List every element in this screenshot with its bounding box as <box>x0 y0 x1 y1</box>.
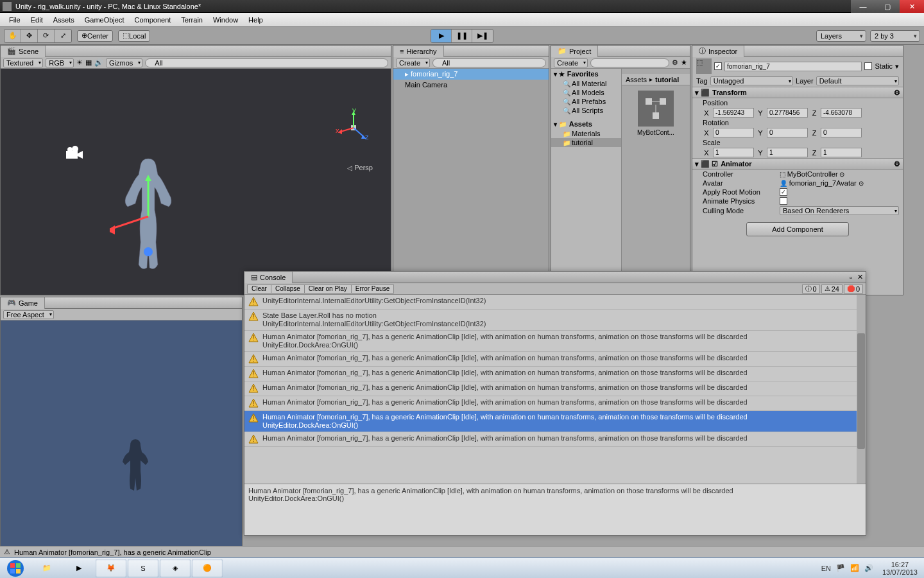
menu-file[interactable]: File <box>4 16 26 24</box>
start-button[interactable] <box>0 558 31 579</box>
pivot-center-toggle[interactable]: ⊕ Center <box>77 30 113 42</box>
controller-field[interactable]: ⬚ MyBotController ⊙ <box>780 170 899 178</box>
window-minimize-button[interactable]: — <box>851 0 875 13</box>
console-errorpause-button[interactable]: Error Pause <box>351 285 394 293</box>
scale-tool-button[interactable]: ⤢ <box>55 30 71 42</box>
project-search[interactable] <box>590 58 669 67</box>
rotate-tool-button[interactable]: ⟳ <box>38 30 55 42</box>
menu-help[interactable]: Help <box>243 16 268 24</box>
scene-light-toggle[interactable]: ☀ <box>76 58 83 67</box>
scl-z-field[interactable] <box>821 148 862 157</box>
console-log-row[interactable]: !Human Animator [fomorian_rig_7], has a … <box>244 411 857 432</box>
layers-dropdown[interactable]: Layers <box>816 30 866 42</box>
scene-search[interactable]: All <box>145 58 388 67</box>
scene-fx-toggle[interactable]: ▦ <box>85 58 92 67</box>
task-explorer[interactable]: 📁 <box>31 559 62 577</box>
task-blender[interactable]: 🟠 <box>192 559 223 577</box>
persp-label[interactable]: ◁ Persp <box>347 164 373 171</box>
menu-component[interactable]: Component <box>129 16 176 24</box>
scene-audio-toggle[interactable]: 🔊 <box>94 58 103 67</box>
orientation-gizmo[interactable]: y x z <box>334 109 373 147</box>
console-collapse-button[interactable]: Collapse <box>271 285 305 293</box>
animphys-checkbox[interactable] <box>780 197 787 205</box>
rot-x-field[interactable] <box>713 128 754 137</box>
tray-lang[interactable]: EN <box>821 565 831 572</box>
console-log-row[interactable]: !Human Animator [fomorian_rig_7], has a … <box>244 331 857 352</box>
culling-dropdown[interactable]: Based On Renderers <box>780 206 899 215</box>
console-info-count[interactable]: ⓘ 0 <box>802 285 820 293</box>
tray-flag-icon[interactable]: 🏴 <box>836 564 845 572</box>
window-close-button[interactable]: ✕ <box>900 0 924 13</box>
folder-item-selected[interactable]: 📁tutorial <box>551 138 621 147</box>
pos-z-field[interactable] <box>821 108 862 118</box>
console-log-row[interactable]: !Human Animator [fomorian_rig_7], has a … <box>244 367 857 381</box>
fav-item[interactable]: 🔍All Scripts <box>551 106 621 115</box>
console-tab[interactable]: ▤Console <box>244 272 293 283</box>
console-log-list[interactable]: !UnityEditorInternal.InternalEditorUtili… <box>244 295 857 484</box>
window-maximize-button[interactable]: ▢ <box>875 0 900 13</box>
scl-x-field[interactable] <box>713 148 754 157</box>
step-button[interactable]: ▶❚ <box>472 30 493 42</box>
project-filter-icon[interactable]: ⚙ <box>672 58 678 67</box>
menu-gameobject[interactable]: GameObject <box>80 16 130 24</box>
tag-dropdown[interactable]: Untagged <box>710 76 793 85</box>
animator-header[interactable]: ▾ ⬛ ☑ Animator⚙ <box>692 158 903 170</box>
inspector-tab[interactable]: ⓘInspector <box>692 46 744 57</box>
task-firefox[interactable]: 🦊 <box>96 559 126 577</box>
system-tray[interactable]: EN 🏴 📶 🔊 16:27 13/07/2013 <box>821 558 921 579</box>
tray-volume-icon[interactable]: 🔊 <box>864 564 873 572</box>
layer-dropdown[interactable]: Default <box>816 76 899 85</box>
console-log-row[interactable]: !Human Animator [fomorian_rig_7], has a … <box>244 432 857 447</box>
tray-network-icon[interactable]: 📶 <box>850 564 859 572</box>
menu-edit[interactable]: Edit <box>26 16 48 24</box>
transform-header[interactable]: ▾ ⬛ Transform⚙ <box>692 87 903 98</box>
hierarchy-item-selected[interactable]: ▸ fomorian_rig_7 <box>393 69 549 80</box>
move-tool-button[interactable]: ✥ <box>21 30 38 42</box>
rot-z-field[interactable] <box>821 128 862 137</box>
menu-terrain[interactable]: Terrain <box>176 16 208 24</box>
scene-tab[interactable]: 🎬Scene <box>1 46 46 57</box>
task-skype[interactable]: S <box>128 559 158 577</box>
hierarchy-item[interactable]: Main Camera <box>393 80 549 90</box>
fav-item[interactable]: 🔍All Material <box>551 79 621 88</box>
console-warn-count[interactable]: ⚠ 24 <box>821 285 843 293</box>
hand-tool-button[interactable]: ✋ <box>4 30 21 42</box>
console-scrollbar[interactable] <box>857 295 866 484</box>
task-unity[interactable]: ◈ <box>160 559 191 577</box>
menu-window[interactable]: Window <box>208 16 243 24</box>
scene-gizmos-dropdown[interactable]: Gizmos <box>106 58 142 67</box>
console-log-row[interactable]: !UnityEditorInternal.InternalEditorUtili… <box>244 295 857 310</box>
model-mesh[interactable] <box>110 152 187 268</box>
favorites-header[interactable]: ▾ ★ Favorites <box>551 69 621 79</box>
console-error-count[interactable]: 🛑 0 <box>844 285 863 293</box>
scrollbar-thumb[interactable] <box>857 333 865 449</box>
asset-tile-controller[interactable] <box>638 91 674 127</box>
console-clear-button[interactable]: Clear <box>247 285 271 293</box>
scl-y-field[interactable] <box>767 148 808 157</box>
task-mediaplayer[interactable]: ▶ <box>64 559 94 577</box>
scene-viewport[interactable]: y x z ◁ Persp <box>1 69 391 295</box>
console-maximize-icon[interactable]: ▫ <box>847 274 855 281</box>
pos-y-field[interactable] <box>767 108 808 118</box>
active-checkbox[interactable]: ✓ <box>714 62 722 70</box>
menu-assets[interactable]: Assets <box>48 16 80 24</box>
layout-dropdown[interactable]: 2 by 3 <box>870 30 920 42</box>
project-tree[interactable]: ▾ ★ Favorites 🔍All Material 🔍All Models … <box>551 69 622 283</box>
console-log-row[interactable]: !State Base Layer.Roll has no motionUnit… <box>244 310 857 331</box>
tray-clock[interactable]: 16:27 13/07/2013 <box>878 561 921 576</box>
hierarchy-search[interactable]: All <box>432 58 546 67</box>
fav-item[interactable]: 🔍All Models <box>551 88 621 97</box>
project-tab[interactable]: 📁Project <box>551 46 598 57</box>
pivot-local-toggle[interactable]: ⬚ Local <box>118 30 150 42</box>
rootmotion-checkbox[interactable]: ✓ <box>780 188 787 196</box>
add-component-button[interactable]: Add Component <box>746 222 849 236</box>
console-log-row[interactable]: !Human Animator [fomorian_rig_7], has a … <box>244 352 857 367</box>
folder-item[interactable]: 📁Materials <box>551 129 621 138</box>
hierarchy-create-dropdown[interactable]: Create <box>396 58 430 67</box>
console-log-row[interactable]: !Human Animator [fomorian_rig_7], has a … <box>244 396 857 411</box>
console-clearonplay-button[interactable]: Clear on Play <box>304 285 352 293</box>
pos-x-field[interactable] <box>713 108 754 118</box>
pause-button[interactable]: ❚❚ <box>452 30 472 42</box>
hierarchy-tab[interactable]: ≡Hierarchy <box>393 46 444 57</box>
object-name-field[interactable] <box>724 62 862 71</box>
